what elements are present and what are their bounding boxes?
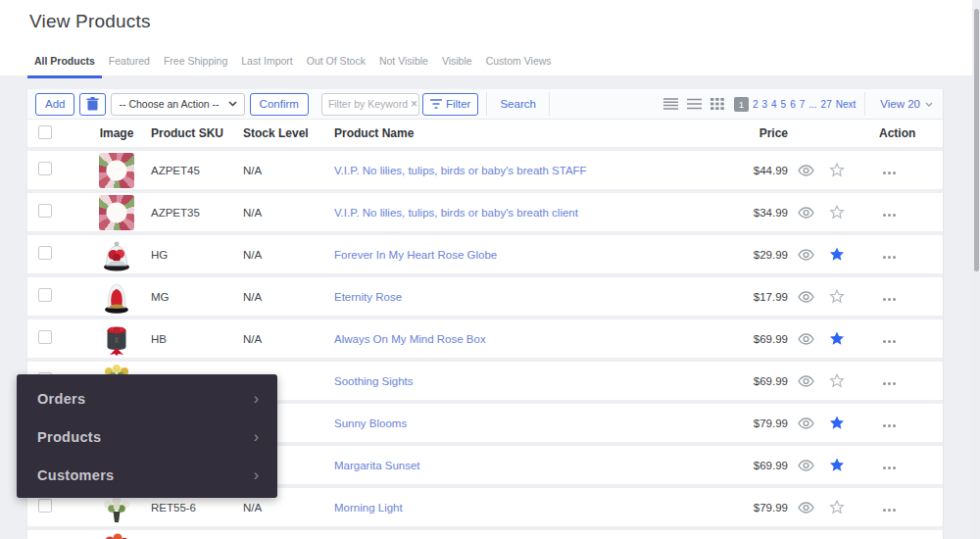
tab-last-import[interactable]: Last Import [234, 55, 300, 78]
page-next[interactable]: Next [836, 99, 857, 110]
tab-not-visible[interactable]: Not Visible [372, 55, 435, 78]
visibility-eye-icon[interactable] [791, 502, 820, 514]
product-name-link[interactable]: V.I.P. No lilies, tulips, birds or baby'… [334, 207, 578, 219]
context-menu: Orders›Products›Customers› [17, 374, 277, 498]
row-actions-ellipsis-icon[interactable] [883, 214, 896, 217]
toolbar-divider [486, 92, 487, 116]
row-actions-ellipsis-icon[interactable] [883, 424, 896, 427]
product-price: $34.99 [744, 207, 791, 219]
page-current[interactable]: 1 [734, 97, 749, 112]
filter-placeholder: Filter by Keyword [328, 98, 408, 110]
chevron-right-icon: › [254, 428, 259, 446]
tab-free-shipping[interactable]: Free Shipping [157, 55, 234, 78]
product-name-link[interactable]: Always On My Mind Rose Box [334, 333, 486, 345]
visibility-eye-icon[interactable] [791, 417, 820, 429]
row-actions-ellipsis-icon[interactable] [883, 382, 896, 385]
page-number[interactable]: 7 [800, 99, 806, 110]
confirm-button[interactable]: Confirm [250, 93, 309, 116]
product-price: $69.99 [744, 375, 791, 387]
product-sku: AZPET35 [151, 207, 243, 219]
row-checkbox[interactable] [38, 246, 52, 260]
scrollbar-thumb[interactable] [974, 9, 979, 271]
featured-star-icon[interactable] [820, 458, 854, 472]
visibility-eye-icon[interactable] [791, 333, 820, 345]
row-checkbox[interactable] [38, 288, 52, 302]
page-last[interactable]: 27 [821, 99, 832, 110]
list-dense-view-icon[interactable] [663, 98, 678, 110]
pagination: 1234567...27Next [734, 97, 856, 112]
row-checkbox[interactable] [38, 499, 52, 513]
featured-star-icon[interactable] [820, 205, 854, 220]
page-number[interactable]: 5 [781, 99, 787, 110]
page-size-select[interactable]: View 20 [880, 98, 933, 110]
product-name-link[interactable]: Eternity Rose [334, 291, 402, 303]
row-actions-ellipsis-icon[interactable] [883, 172, 896, 174]
featured-star-icon[interactable] [820, 247, 854, 262]
row-checkbox[interactable] [38, 330, 52, 344]
visibility-eye-icon[interactable] [791, 460, 820, 471]
action-select[interactable]: -- Choose an Action -- [111, 93, 244, 116]
featured-star-icon[interactable] [820, 163, 854, 177]
row-checkbox[interactable] [38, 162, 52, 175]
product-name-link[interactable]: Forever In My Heart Rose Globe [334, 249, 497, 261]
trash-icon [86, 97, 99, 111]
add-button[interactable]: Add [35, 93, 74, 116]
toolbar: Add -- Choose an Action -- Confirm Filte… [27, 89, 943, 120]
menu-item-label: Customers [37, 467, 114, 483]
page-number[interactable]: 4 [771, 99, 777, 110]
search-link[interactable]: Search [500, 98, 535, 110]
page-size-label: View 20 [880, 98, 920, 110]
featured-star-icon[interactable] [820, 289, 854, 304]
featured-star-icon[interactable] [820, 373, 854, 388]
product-name-link[interactable]: V.I.P. No lilies, tulips, birds or baby'… [334, 165, 587, 176]
visibility-eye-icon[interactable] [791, 375, 820, 387]
featured-star-icon[interactable] [820, 500, 854, 514]
menu-item-orders[interactable]: Orders› [17, 380, 277, 417]
grid-view-icon[interactable] [710, 98, 724, 110]
list-view-icon[interactable] [687, 98, 702, 110]
product-sku: RET55-6 [151, 502, 243, 514]
product-name-link[interactable]: Margarita Sunset [334, 460, 420, 471]
row-actions-ellipsis-icon[interactable] [883, 466, 896, 469]
filter-button[interactable]: Filter [422, 93, 479, 116]
page-number[interactable]: 6 [790, 99, 796, 110]
tab-out-of-stock[interactable]: Out Of Stock [300, 55, 372, 78]
tab-visible[interactable]: Visible [435, 55, 479, 78]
visibility-eye-icon[interactable] [791, 165, 820, 176]
product-price: $79.99 [744, 417, 791, 429]
row-actions-ellipsis-icon[interactable] [883, 256, 896, 259]
clear-filter-icon[interactable]: × [411, 97, 417, 111]
featured-star-icon[interactable] [820, 331, 854, 346]
product-name-link[interactable]: Soothing Sights [334, 375, 414, 387]
menu-item-label: Orders [37, 391, 85, 407]
menu-item-products[interactable]: Products› [17, 418, 277, 456]
row-actions-ellipsis-icon[interactable] [883, 298, 896, 301]
featured-star-icon[interactable] [820, 416, 854, 430]
tab-featured[interactable]: Featured [102, 55, 157, 78]
menu-item-label: Products [37, 429, 101, 445]
select-all-checkbox[interactable] [38, 125, 52, 139]
view-mode-icons [663, 98, 724, 110]
product-sku: HG [151, 249, 243, 261]
tab-all-products[interactable]: All Products [27, 55, 102, 78]
row-checkbox[interactable] [38, 204, 52, 218]
product-name-link[interactable]: Sunny Blooms [334, 417, 407, 429]
visibility-eye-icon[interactable] [791, 249, 820, 261]
header-price: Price [744, 126, 791, 140]
filter-button-label: Filter [446, 98, 471, 110]
visibility-eye-icon[interactable] [791, 207, 820, 219]
header-sku: Product SKU [151, 126, 243, 140]
menu-item-customers[interactable]: Customers› [17, 457, 277, 494]
page-number[interactable]: 2 [753, 99, 759, 110]
visibility-eye-icon[interactable] [791, 291, 820, 303]
product-name-link[interactable]: Morning Light [334, 502, 403, 514]
row-actions-ellipsis-icon[interactable] [883, 509, 896, 512]
table-header: Image Product SKU Stock Level Product Na… [27, 120, 943, 147]
filter-keyword-input[interactable]: Filter by Keyword × [321, 93, 419, 116]
tab-custom-views[interactable]: Custom Views [479, 55, 559, 78]
table-row: AZPET45 N/A V.I.P. No lilies, tulips, bi… [27, 147, 943, 189]
page-number[interactable]: 3 [761, 99, 767, 110]
row-actions-ellipsis-icon[interactable] [883, 340, 896, 343]
delete-button[interactable] [79, 93, 106, 116]
table-row: AZPET35 N/A V.I.P. No lilies, tulips, bi… [27, 189, 943, 231]
